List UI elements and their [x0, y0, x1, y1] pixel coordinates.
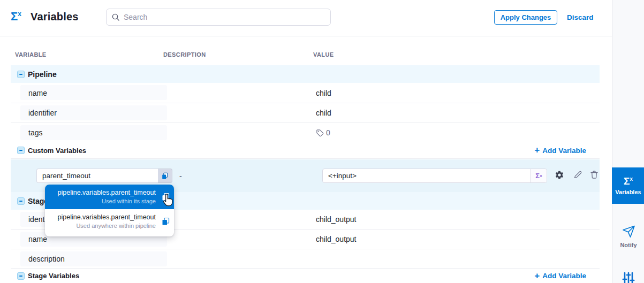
section-pipeline-label: Pipeline [28, 70, 57, 79]
pencil-icon [573, 170, 582, 179]
dropdown-item-sublabel: Used within its stage [51, 198, 156, 204]
copy-button[interactable] [161, 193, 170, 201]
discard-button[interactable]: Discard [567, 13, 594, 21]
sidebar-item-variables[interactable]: Σx Variables [612, 167, 644, 204]
collapse-minus-icon[interactable] [17, 272, 25, 280]
sliders-icon [622, 272, 635, 283]
copy-icon [161, 193, 170, 201]
dropdown-item-pipeline-scope[interactable]: pipeline.variables.parent_timeout Used a… [45, 209, 174, 234]
edit-button[interactable] [573, 170, 583, 180]
collapse-minus-icon[interactable] [17, 147, 25, 154]
collapse-minus-icon[interactable] [17, 71, 25, 78]
row-label: description [28, 255, 65, 263]
apply-changes-button[interactable]: Apply Changes [494, 10, 557, 25]
copy-icon [161, 217, 170, 226]
dropdown-item-label: pipeline.variables.parent_timeout [51, 189, 156, 196]
tag-icon [316, 129, 324, 137]
variable-name-input[interactable] [36, 169, 158, 183]
sidebar-item-label: Notify [620, 242, 637, 248]
dropdown-item-stage-scope[interactable]: pipeline.variables.parent_timeout Used w… [45, 185, 174, 209]
expression-sigma-icon[interactable]: Σx [531, 169, 547, 182]
section-custom-variables-label: Custom Variables [28, 147, 86, 155]
gear-icon [555, 170, 564, 180]
add-variable-button[interactable]: + Add Variable [534, 272, 586, 280]
sidebar-item-label: Variables [615, 189, 641, 195]
section-custom-variables[interactable]: Custom Variables + Add Variable [11, 142, 600, 159]
row-value: child_output [316, 215, 357, 224]
search-box[interactable] [106, 9, 331, 26]
row-value: child [316, 89, 331, 97]
sidebar-item-notify[interactable]: Notify [612, 225, 644, 248]
variable-value-input-group: Σx [322, 169, 547, 183]
variables-sigma-icon: Σx [624, 176, 633, 186]
sidebar-item-configure[interactable] [622, 272, 635, 283]
search-input[interactable] [124, 13, 325, 21]
paper-plane-icon [622, 225, 635, 239]
collapse-minus-icon[interactable] [17, 197, 25, 205]
plus-icon: + [534, 147, 540, 154]
column-header-value: VALUE [313, 51, 334, 58]
row-value: child_output [316, 235, 357, 243]
row-label: name [28, 89, 47, 97]
copy-icon [161, 172, 169, 180]
plus-icon: + [534, 272, 540, 280]
copy-button[interactable] [158, 169, 172, 183]
row-value: child [316, 109, 331, 117]
row-label: name [28, 235, 47, 243]
trash-icon [590, 170, 598, 179]
table-row: tags 0 [11, 123, 600, 143]
variable-path-dropdown: pipeline.variables.parent_timeout Used w… [45, 185, 174, 236]
variable-value-input[interactable] [323, 169, 531, 182]
right-sidebar: Σx Variables Notify [612, 0, 644, 283]
panel-header: Σx Variables Apply Changes Discard [0, 0, 612, 36]
section-pipeline[interactable]: Pipeline [11, 65, 600, 83]
row-label: tags [28, 128, 42, 137]
dropdown-item-sublabel: Used anywhere within pipeline [51, 223, 156, 229]
delete-button[interactable] [590, 170, 600, 180]
page-title: Variables [31, 11, 79, 23]
tags-count: 0 [316, 128, 330, 137]
copy-button[interactable] [161, 217, 170, 226]
table-row: description [11, 249, 600, 269]
table-row: name child [11, 83, 600, 103]
description-dash: - [179, 172, 182, 180]
row-label: identifier [28, 109, 57, 117]
column-header-variable: VARIABLE [15, 51, 47, 58]
add-variable-button[interactable]: + Add Variable [534, 147, 586, 155]
variables-sigma-icon: Σx [11, 10, 21, 23]
section-stage-variables[interactable]: Stage Variables + Add Variable [11, 269, 600, 283]
section-stage-variables-label: Stage Variables [28, 272, 79, 280]
column-header-description: DESCRIPTION [163, 51, 206, 58]
dropdown-item-label: pipeline.variables.parent_timeout [51, 213, 156, 221]
table-row: identifier child [11, 103, 600, 123]
settings-button[interactable] [555, 170, 564, 180]
search-icon [112, 13, 119, 21]
